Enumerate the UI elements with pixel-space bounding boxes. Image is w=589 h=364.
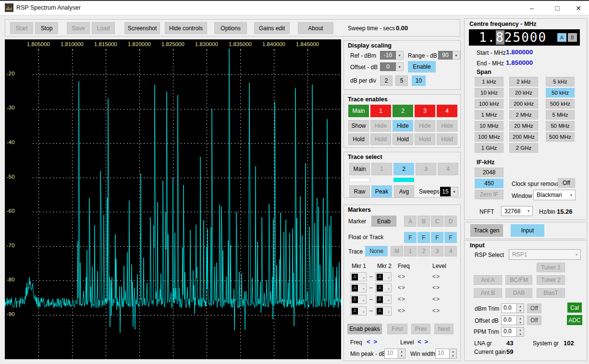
min-peak-spinner[interactable]: 10: [384, 349, 405, 359]
span-5mhz-button[interactable]: 5 MHz: [546, 110, 575, 120]
span-2khz-button[interactable]: 2 kHz: [509, 77, 538, 86]
adc-button[interactable]: ADC: [567, 315, 582, 325]
clock-spur-off-button[interactable]: Off: [558, 178, 575, 188]
cal-button[interactable]: Cal: [567, 303, 582, 313]
tuner2-button[interactable]: Tuner 2: [537, 275, 565, 285]
marker-row4-mkr2-dropdown[interactable]: A: [375, 306, 392, 315]
freq-left-arrow[interactable]: <: [367, 338, 370, 345]
db-per-div-10-button[interactable]: 10: [412, 75, 426, 86]
spinner-down-icon[interactable]: [398, 354, 405, 359]
marker-row1-mkr2-dropdown[interactable]: A: [375, 272, 392, 281]
about-button[interactable]: About: [298, 22, 333, 34]
ppm-trim-spinner[interactable]: 0.0: [501, 327, 524, 337]
db-per-div-2-button[interactable]: 2: [380, 75, 393, 86]
spinner-down-icon[interactable]: [517, 332, 524, 336]
marker-d-button[interactable]: D: [444, 216, 457, 227]
dropdown-arrow-icon[interactable]: [451, 187, 458, 196]
dbm-trim-spinner[interactable]: 0.0: [501, 303, 524, 313]
spinner-down-icon[interactable]: [517, 308, 524, 313]
dropdown-arrow-icon[interactable]: [567, 190, 575, 200]
close-button[interactable]: ✕: [568, 1, 589, 15]
span-100mhz-button[interactable]: 100 MHz: [475, 132, 503, 142]
marker-row4-mkr1-dropdown[interactable]: A: [350, 306, 367, 315]
marker-c-button[interactable]: C: [431, 216, 443, 227]
trace-3-button[interactable]: 3: [415, 105, 435, 117]
raw-button[interactable]: Raw: [349, 185, 370, 197]
hide-2-button[interactable]: Hide: [393, 120, 413, 132]
trace-1-button[interactable]: 1: [370, 105, 391, 117]
first-button[interactable]: First: [387, 324, 407, 334]
hold-4-button[interactable]: Hold: [437, 133, 457, 145]
span-2mhz-button[interactable]: 2 MHz: [509, 110, 538, 120]
win-width-spinner[interactable]: 10: [435, 349, 457, 359]
marker-row3-mkr2-dropdown[interactable]: A: [375, 295, 392, 304]
spinner-up-icon[interactable]: [517, 304, 524, 308]
hold-3-button[interactable]: Hold: [415, 133, 435, 145]
peak-button[interactable]: Peak: [371, 185, 392, 197]
spinner-up-icon[interactable]: [450, 349, 456, 354]
float-c-button[interactable]: F: [431, 232, 443, 243]
centre-frequency-display[interactable]: 1.825000 A B: [469, 29, 580, 46]
sweeps-dropdown[interactable]: 15: [440, 187, 458, 196]
range-db-dropdown[interactable]: 90: [438, 51, 460, 60]
enable-button[interactable]: Enable: [408, 61, 436, 73]
dropdown-arrow-icon[interactable]: [396, 51, 404, 60]
select-1-button[interactable]: 1: [371, 163, 392, 175]
stop-button[interactable]: Stop: [35, 22, 58, 34]
track-gen-tab[interactable]: Track gen: [470, 224, 503, 237]
dropdown-arrow-icon[interactable]: [573, 250, 580, 259]
spectrum-plot-area[interactable]: 1.805000 1.810000 1.815000 1.820000 1.82…: [5, 39, 341, 359]
trace-none-button[interactable]: None: [365, 246, 388, 256]
trace-opt-2-button[interactable]: 2: [417, 246, 430, 256]
trace-2-button[interactable]: 2: [393, 105, 413, 117]
span-50khz-button[interactable]: 50 kHz: [546, 88, 575, 97]
span-100khz-button[interactable]: 100 kHz: [475, 99, 503, 109]
if-450-button[interactable]: 450: [475, 179, 503, 188]
nfft-dropdown[interactable]: 32768: [501, 206, 533, 216]
trace-4-button[interactable]: 4: [437, 105, 457, 117]
marker-b-button[interactable]: B: [417, 216, 430, 227]
marker-row3-mkr1-dropdown[interactable]: A: [350, 295, 367, 304]
dab-button[interactable]: DAB: [505, 288, 532, 298]
freq-b-button[interactable]: B: [568, 33, 577, 42]
span-20khz-button[interactable]: 20 kHz: [509, 88, 538, 97]
ant-b-button[interactable]: Ant B: [474, 288, 502, 298]
minimize-button[interactable]: –: [521, 1, 542, 15]
level-left-arrow[interactable]: <: [417, 338, 421, 345]
maximize-button[interactable]: □: [547, 1, 568, 15]
span-50mhz-button[interactable]: 50 MHz: [546, 121, 575, 131]
span-1khz-button[interactable]: 1 kHz: [475, 77, 503, 86]
span-500mhz-button[interactable]: 500 MHz: [546, 132, 575, 142]
span-2ghz-button[interactable]: 2 GHz: [509, 143, 538, 153]
hold-1-button[interactable]: Hold: [370, 133, 391, 145]
dbm-trim-off-button[interactable]: Off: [527, 303, 541, 313]
save-button[interactable]: Save: [67, 22, 90, 34]
span-10khz-button[interactable]: 10 kHz: [475, 88, 503, 97]
select-2-button[interactable]: 2: [393, 163, 414, 175]
bcfm-button[interactable]: BC/FM: [505, 275, 532, 285]
trace-opt-4-button[interactable]: 4: [444, 246, 457, 256]
spinner-down-icon[interactable]: [450, 354, 456, 359]
span-1mhz-button[interactable]: 1 MHz: [475, 110, 503, 120]
spinner-down-icon[interactable]: [517, 320, 524, 325]
zero-if-button[interactable]: Zero IF: [475, 190, 503, 199]
span-1ghz-button[interactable]: 1 GHz: [475, 143, 503, 153]
ant-a-button[interactable]: Ant A: [474, 275, 502, 285]
marker-row1-mkr1-dropdown[interactable]: A: [350, 272, 367, 281]
load-button[interactable]: Load: [92, 22, 115, 34]
gains-edit-button[interactable]: Gains edit: [254, 22, 290, 34]
dropdown-arrow-icon[interactable]: [453, 51, 460, 60]
select-main-button[interactable]: Main: [349, 163, 370, 175]
spinner-up-icon[interactable]: [398, 349, 405, 354]
spinner-up-icon[interactable]: [517, 316, 524, 320]
start-button[interactable]: Start: [10, 22, 33, 34]
hide-1-button[interactable]: Hide: [370, 120, 391, 132]
spinner-up-icon[interactable]: [517, 328, 524, 332]
marker-a-button[interactable]: A: [404, 216, 417, 227]
marker-row2-mkr1-dropdown[interactable]: A: [350, 283, 367, 292]
prev-button[interactable]: Prev: [411, 324, 430, 334]
dropdown-arrow-icon[interactable]: [525, 206, 532, 216]
marker-enab-button[interactable]: Enab: [371, 216, 396, 227]
trace-opt-1-button[interactable]: 1: [404, 246, 417, 256]
biast-button[interactable]: BiasT: [537, 288, 565, 298]
